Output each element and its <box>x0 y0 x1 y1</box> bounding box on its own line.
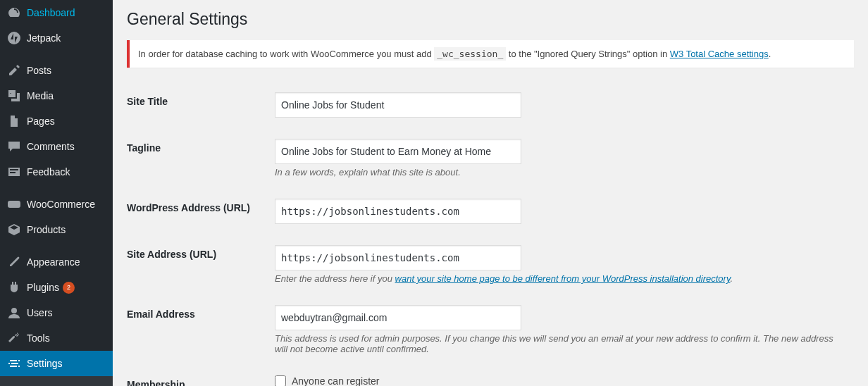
sidebar-item-label: Media <box>27 90 54 101</box>
email-address-label: Email Address <box>127 294 268 365</box>
submenu-item-general[interactable]: General <box>0 382 113 386</box>
sidebar-item-comments[interactable]: Comments <box>0 134 113 159</box>
wp-address-label: WordPress Address (URL) <box>127 188 268 235</box>
notice-text-pre: In order for database caching to work wi… <box>138 49 434 59</box>
sidebar-item-label: WooCommerce <box>27 199 95 210</box>
w3tc-notice: In order for database caching to work wi… <box>127 40 854 68</box>
sidebar-item-label: Settings <box>27 358 63 369</box>
sidebar-item-tools[interactable]: Tools <box>0 325 113 351</box>
notice-code: _wc_session_ <box>434 47 506 61</box>
sidebar-item-label: Dashboard <box>27 7 75 18</box>
products-icon <box>7 223 21 237</box>
sidebar-item-label: Comments <box>27 141 75 152</box>
svg-point-0 <box>8 32 20 44</box>
sidebar-item-woocommerce[interactable]: WooCommerce <box>0 192 113 217</box>
sidebar-item-label: Appearance <box>27 256 80 268</box>
plugins-icon <box>7 280 21 294</box>
jetpack-icon <box>7 31 21 45</box>
w3tc-settings-link[interactable]: W3 Total Cache settings <box>670 49 769 59</box>
sidebar-item-appearance[interactable]: Appearance <box>0 249 113 275</box>
page-title: General Settings <box>127 7 854 29</box>
sidebar-item-posts[interactable]: Posts <box>0 58 113 83</box>
sidebar-item-label: Posts <box>27 65 51 76</box>
site-title-label: Site Title <box>127 82 268 128</box>
woocommerce-icon <box>7 197 21 211</box>
site-address-description: Enter the address here if you want your … <box>275 273 847 284</box>
wp-address-input[interactable] <box>275 199 521 224</box>
svg-point-2 <box>11 308 17 313</box>
appearance-icon <box>7 255 21 269</box>
anyone-register-label[interactable]: Anyone can register <box>275 375 380 386</box>
users-icon <box>7 306 21 320</box>
pages-icon <box>7 114 21 128</box>
sidebar-item-settings[interactable]: Settings <box>0 351 113 376</box>
membership-label: Membership <box>127 365 268 386</box>
tools-icon <box>7 331 21 345</box>
main-content: General Settings In order for database c… <box>113 0 868 386</box>
sidebar-item-users[interactable]: Users <box>0 300 113 325</box>
sidebar-item-pages[interactable]: Pages <box>0 108 113 134</box>
notice-text-post: . <box>769 49 771 59</box>
email-address-input[interactable] <box>275 305 521 330</box>
tagline-description: In a few words, explain what this site i… <box>275 167 847 178</box>
sidebar-item-label: Tools <box>27 332 50 344</box>
comments-icon <box>7 139 21 154</box>
posts-icon <box>7 63 21 77</box>
anyone-register-text: Anyone can register <box>292 375 380 386</box>
anyone-register-checkbox[interactable] <box>275 375 286 386</box>
sidebar-item-plugins[interactable]: Plugins 2 <box>0 275 113 300</box>
settings-submenu: General <box>0 376 113 386</box>
svg-rect-1 <box>8 201 20 208</box>
sidebar-item-label: Pages <box>27 116 55 127</box>
sidebar-item-media[interactable]: Media <box>0 83 113 108</box>
settings-icon <box>7 356 21 371</box>
sidebar-item-products[interactable]: Products <box>0 217 113 242</box>
sidebar-item-label: Users <box>27 307 53 318</box>
sidebar-item-dashboard[interactable]: Dashboard <box>0 0 113 25</box>
tagline-label: Tagline <box>127 128 268 188</box>
sidebar-item-label: Products <box>27 224 66 235</box>
site-address-input[interactable] <box>275 245 521 270</box>
feedback-icon <box>7 165 21 179</box>
sidebar-item-feedback[interactable]: Feedback <box>0 159 113 185</box>
admin-sidebar: Dashboard Jetpack Posts Media Pages Comm… <box>0 0 113 386</box>
tagline-input[interactable] <box>275 139 521 164</box>
dashboard-icon <box>7 6 21 20</box>
media-icon <box>7 89 21 103</box>
site-address-doc-link[interactable]: want your site home page to be different… <box>395 273 731 284</box>
plugins-update-badge: 2 <box>63 282 75 294</box>
sidebar-item-label: Feedback <box>27 166 70 178</box>
sidebar-item-jetpack[interactable]: Jetpack <box>0 25 113 51</box>
site-address-label: Site Address (URL) <box>127 235 268 294</box>
sidebar-item-label: Jetpack <box>27 32 61 44</box>
sidebar-item-label: Plugins <box>27 282 59 293</box>
email-description: This address is used for admin purposes.… <box>275 333 847 354</box>
settings-form-table: Site Title Tagline In a few words, expla… <box>127 82 854 386</box>
notice-text-mid: to the "Ignored Query Strings" option in <box>509 49 670 59</box>
site-title-input[interactable] <box>275 92 521 118</box>
